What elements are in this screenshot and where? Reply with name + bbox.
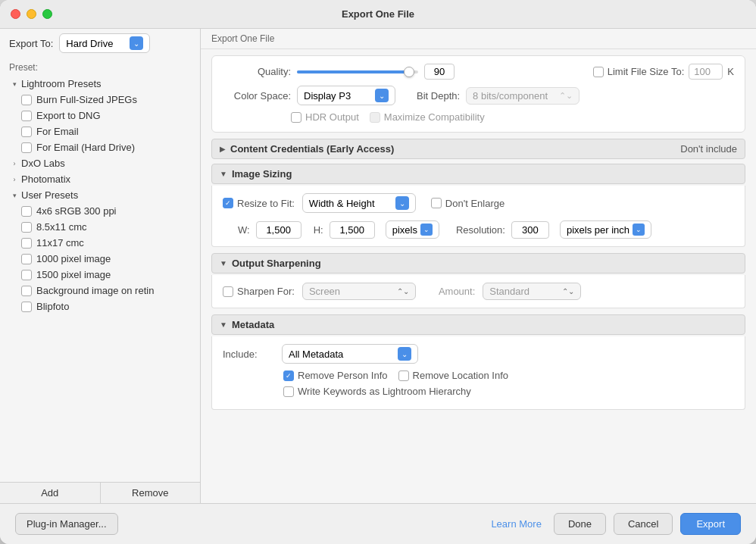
resolution-unit-dropdown[interactable]: pixels per inch ⌄ — [560, 220, 651, 239]
sharpen-checkbox[interactable] — [223, 286, 233, 297]
write-keywords-label[interactable]: Write Keywords as Lightroom Hierarchy — [283, 386, 471, 397]
quality-slider-thumb[interactable] — [404, 67, 414, 77]
sidebar: Export To: Hard Drive ⌄ Preset: ▾ Lightr… — [0, 29, 201, 503]
dont-enlarge-checkbox[interactable] — [431, 198, 442, 208]
sidebar-item-blipfoto[interactable]: Blipfoto — [0, 299, 200, 314]
sidebar-item-8x11[interactable]: 8.5x11 cmc — [0, 219, 200, 235]
minimize-button[interactable] — [27, 9, 36, 19]
quality-label: Quality: — [223, 66, 291, 77]
dont-enlarge-label[interactable]: Don't Enlarge — [431, 198, 505, 209]
plugin-manager-button[interactable]: Plug-in Manager... — [15, 513, 118, 535]
done-button[interactable]: Done — [554, 513, 606, 535]
sidebar-tree: ▾ Lightroom Presets Burn Full-Sized JPEG… — [0, 76, 200, 317]
include-dropdown[interactable]: All Metadata ⌄ — [282, 344, 418, 364]
quality-slider-container — [297, 64, 455, 80]
unit-dropdown[interactable]: pixels ⌄ — [386, 220, 439, 239]
preset-checkbox — [21, 142, 32, 153]
sidebar-item-4x6[interactable]: 4x6 sRGB 300 ppi — [0, 203, 200, 219]
sidebar-item-11x17[interactable]: 11x17 cmc — [0, 235, 200, 251]
preset-checkbox — [21, 254, 32, 264]
include-label: Include: — [223, 349, 276, 360]
preset-checkbox — [21, 270, 32, 280]
resize-fit-value: Width & Height — [309, 198, 391, 209]
write-keywords-checkbox[interactable] — [283, 386, 294, 397]
quality-row: Quality: Limit File Size To: — [223, 64, 734, 80]
amount-arrow-icon: ⌃⌄ — [562, 287, 574, 295]
limit-size-value-input[interactable] — [689, 64, 723, 80]
sharpening-row: Sharpen For: Screen ⌃⌄ Amount: Standard … — [223, 283, 734, 300]
resize-fit-dropdown[interactable]: Width & Height ⌄ — [302, 193, 416, 213]
color-space-dropdown[interactable]: Display P3 ⌄ — [297, 86, 395, 105]
right-panel: Export One File Quality: — [201, 29, 756, 503]
image-sizing-section-header[interactable]: ▼ Image Sizing — [211, 164, 745, 184]
sharpening-section-header[interactable]: ▼ Output Sharpening — [211, 253, 745, 274]
h-value-input[interactable] — [330, 221, 375, 239]
sidebar-item-photomatix[interactable]: › Photomatix — [0, 171, 200, 187]
remove-location-text: Remove Location Info — [413, 370, 508, 381]
sidebar-item-dxo-labs[interactable]: › DxO Labs — [0, 155, 200, 171]
sidebar-item-background[interactable]: Background image on retin — [0, 283, 200, 299]
resize-checkbox-label[interactable]: ✓ Resize to Fit: — [223, 198, 295, 209]
resolution-value-input[interactable] — [511, 221, 549, 239]
resolution-unit-arrow-icon: ⌄ — [633, 224, 645, 236]
sidebar-item-label: Export to DNG — [36, 110, 101, 121]
w-value-input[interactable] — [256, 221, 301, 239]
resize-checkbox[interactable]: ✓ — [223, 198, 233, 208]
remove-location-label[interactable]: Remove Location Info — [398, 370, 508, 381]
include-value: All Metadata — [289, 349, 393, 360]
resolution-label: Resolution: — [456, 224, 505, 236]
traffic-lights — [11, 9, 52, 19]
maximize-button[interactable] — [42, 9, 52, 19]
sharpening-content: Sharpen For: Screen ⌃⌄ Amount: Standard … — [211, 275, 745, 308]
quality-value-input[interactable] — [424, 64, 455, 80]
w-label: W: — [238, 224, 250, 236]
cancel-button[interactable]: Cancel — [614, 513, 673, 535]
export-to-dropdown[interactable]: Hard Drive ⌄ — [59, 33, 150, 53]
preset-checkbox — [21, 95, 32, 105]
content-credentials-title: Content Credentials (Early Access) — [230, 143, 680, 155]
image-sizing-arrow-icon: ▼ — [220, 170, 227, 178]
remove-info-row: ✓ Remove Person Info Remove Location Inf… — [223, 370, 734, 381]
sidebar-item-1000pixel[interactable]: 1000 pixel image — [0, 251, 200, 267]
content-credentials-arrow-icon: ▶ — [220, 145, 226, 153]
sharpen-for-dropdown[interactable]: Screen ⌃⌄ — [302, 283, 416, 300]
unit-value: pixels — [392, 224, 417, 236]
bottom-bar: Plug-in Manager... Learn More Done Cance… — [0, 503, 756, 544]
sidebar-item-burn-jpegs[interactable]: Burn Full-Sized JPEGs — [0, 92, 200, 108]
remove-button[interactable]: Remove — [101, 483, 201, 503]
hdr-checkbox[interactable] — [291, 112, 301, 123]
sidebar-item-for-email[interactable]: For Email — [0, 123, 200, 139]
limit-size-checkbox[interactable] — [593, 67, 604, 77]
metadata-section-header[interactable]: ▼ Metadata — [211, 314, 745, 335]
expand-icon: ▾ — [9, 190, 20, 201]
sidebar-item-for-email-hd[interactable]: For Email (Hard Drive) — [0, 139, 200, 155]
right-header: Export One File — [201, 29, 756, 49]
bit-depth-label: Bit Depth: — [417, 90, 460, 102]
remove-person-label[interactable]: ✓ Remove Person Info — [283, 370, 388, 381]
learn-more-link[interactable]: Learn More — [491, 518, 541, 530]
sidebar-item-1500pixel[interactable]: 1500 pixel image — [0, 267, 200, 283]
remove-person-checkbox[interactable]: ✓ — [283, 370, 294, 381]
sidebar-item-lightroom-presets[interactable]: ▾ Lightroom Presets — [0, 76, 200, 92]
limit-size-label: Limit File Size To: — [608, 66, 685, 77]
sharpen-checkbox-label[interactable]: Sharpen For: — [223, 286, 295, 297]
expand-icon: › — [9, 174, 20, 185]
sidebar-item-user-presets[interactable]: ▾ User Presets — [0, 187, 200, 203]
add-button[interactable]: Add — [0, 483, 101, 503]
preset-checkbox — [21, 302, 32, 312]
content-credentials-status: Don't include — [680, 143, 737, 155]
export-to-value: Hard Drive — [66, 38, 125, 49]
sidebar-item-export-dng[interactable]: Export to DNG — [0, 108, 200, 123]
quality-slider-track[interactable] — [297, 70, 418, 73]
hdr-row: HDR Output Maximize Compatibility — [223, 111, 734, 123]
amount-dropdown[interactable]: Standard ⌃⌄ — [483, 283, 581, 300]
remove-location-checkbox[interactable] — [398, 370, 409, 381]
content-credentials-section-header[interactable]: ▶ Content Credentials (Early Access) Don… — [211, 139, 745, 159]
preset-label: Preset: — [0, 59, 200, 76]
limit-size-checkbox-label[interactable]: Limit File Size To: — [593, 66, 685, 77]
export-button[interactable]: Export — [680, 513, 741, 535]
sidebar-item-label: Photomatix — [21, 174, 70, 185]
close-button[interactable] — [11, 9, 20, 19]
color-space-label: Color Space: — [223, 90, 291, 102]
hdr-checkbox-label[interactable]: HDR Output — [291, 111, 359, 123]
